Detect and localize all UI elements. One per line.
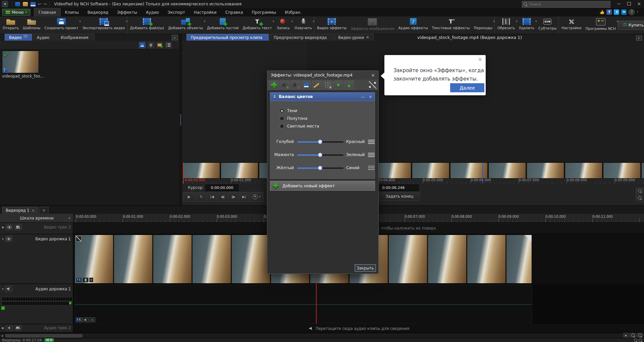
zoom-out-button[interactable] (636, 195, 643, 200)
media-tab[interactable]: Видео(1) (5, 34, 32, 41)
zoom-in-button[interactable] (636, 188, 643, 193)
toolbar-button[interactable]: ▾ Запись (274, 16, 292, 34)
slider-track[interactable] (297, 167, 343, 169)
toolbar-button[interactable]: ♪ Аудио эффекты (396, 16, 430, 34)
loop-button[interactable]: ↻ (196, 192, 206, 202)
toolbar-button[interactable]: ▲ Эффекты изображения (348, 16, 396, 34)
slider-thumb[interactable] (318, 166, 322, 170)
facebook-icon[interactable]: f (606, 9, 612, 15)
slider-track[interactable] (297, 154, 343, 156)
redo-icon[interactable]: ↪ (43, 2, 47, 6)
mute-toggle[interactable] (6, 325, 13, 331)
fx-badge[interactable]: FX (76, 317, 82, 322)
toolbar-button[interactable]: ▾ Добавить объекты (166, 16, 205, 34)
speaker-badge[interactable] (83, 317, 89, 322)
expand-icon[interactable]: ▶ (2, 226, 4, 229)
open-project-icon[interactable] (23, 2, 28, 6)
close-icon[interactable]: ✕ (478, 56, 482, 63)
group-toggle[interactable] (14, 224, 22, 230)
jump-end-button[interactable]: ▶| (239, 192, 249, 202)
scroll-left-icon[interactable]: ◀ (1, 334, 3, 337)
toolbar-button[interactable]: T★ Текстовые эффекты (430, 16, 472, 34)
like-icon[interactable]: 👍 (599, 9, 604, 15)
menu-tab[interactable]: Эффекты (113, 8, 142, 16)
media-clip-thumbnail[interactable]: ✓ ♪ (2, 51, 39, 73)
toolbar-button[interactable]: Настройки (559, 16, 583, 34)
toolbar-button[interactable]: ▾ Сохранить проект (42, 16, 80, 34)
set-end-button[interactable]: Задать конец (379, 192, 420, 201)
preview-tab[interactable]: Предпросмотр видеоряда (269, 34, 333, 41)
add-keyframe-icon[interactable]: + (280, 81, 289, 89)
zoom-in-icon[interactable] (639, 339, 642, 342)
toolbar-button[interactable]: ▾ Экспортировать видео (80, 16, 127, 34)
add-folder-icon[interactable] (156, 42, 163, 48)
toolbar-button[interactable]: T ▾ Добавить текст (240, 16, 274, 34)
toolbar-button[interactable]: ▾ Озвучить (292, 16, 314, 34)
scrollbar-thumb[interactable] (5, 334, 83, 338)
toolbar-button[interactable]: SUB Субтитры (536, 16, 559, 34)
toolbar-button[interactable]: Открыть (1, 16, 21, 34)
timeline-playhead[interactable] (316, 274, 317, 324)
menu-tab[interactable]: Настройки (190, 8, 221, 16)
timeline-zoom-in-button[interactable] (637, 333, 643, 338)
menu-tab[interactable]: Программы (247, 8, 280, 16)
minimize-button[interactable] (614, 0, 624, 7)
zoom-out-icon[interactable] (634, 339, 637, 342)
close-button[interactable]: × (634, 0, 644, 7)
collapse-icon[interactable]: ▾ (2, 287, 4, 291)
undo-icon[interactable]: ↩ (38, 2, 41, 6)
audio-track2-header[interactable]: ▶ Аудио трек 2 (0, 325, 73, 332)
linkedin-icon[interactable]: in (621, 9, 627, 15)
audio-lane1-header[interactable]: ▾ Аудио дорожка 1 (0, 284, 73, 324)
remove-all-effects-icon[interactable]: × (323, 81, 332, 89)
remove-effect-icon[interactable]: × (369, 95, 372, 99)
effects-dialog-titlebar[interactable]: Эффекты: videopad_stock_footage.mp4 × (267, 71, 378, 80)
tone-radio[interactable]: Тени (280, 108, 297, 113)
search-box[interactable] (522, 1, 610, 8)
slider-thumb[interactable] (318, 140, 322, 144)
menu-tab[interactable]: Справка (221, 8, 248, 16)
maximize-button[interactable] (624, 0, 634, 7)
slider-menu-icon[interactable] (368, 153, 375, 157)
menu-tab[interactable]: Видеоряд (83, 8, 113, 16)
expand-icon[interactable]: ▶ (2, 326, 4, 330)
step-forward-button[interactable]: |▶ (228, 192, 238, 202)
menu-tab[interactable]: Аудио (142, 8, 163, 16)
next-button[interactable]: Далее (450, 83, 484, 92)
media-tab[interactable]: Изображения (56, 34, 95, 41)
clip-playhead[interactable] (183, 162, 184, 184)
clip-end-marker[interactable] (482, 162, 483, 184)
toolbar-button[interactable]: ▾ Переходы (472, 16, 495, 34)
clip-menu-button[interactable]: ▾ (89, 278, 93, 282)
delete-clip-icon[interactable] (148, 42, 154, 48)
slider-menu-icon[interactable] (368, 166, 375, 170)
add-effect-icon[interactable] (269, 81, 279, 89)
close-icon[interactable]: ✕ (32, 209, 35, 212)
sequence-tab[interactable]: Видеоряд 1 ✕ (2, 207, 38, 214)
mute-toggle[interactable] (5, 286, 12, 292)
visibility-toggle[interactable] (6, 224, 13, 230)
toolbar-button[interactable]: ▾ Обрезать (495, 16, 517, 34)
color-balance-header[interactable]: ↕ Баланс цветов — × (270, 92, 375, 101)
toolbar-button[interactable]: Шаблоны (21, 16, 42, 34)
minimize-effect-icon[interactable]: — (361, 95, 365, 99)
tone-radio[interactable]: Полутона (280, 116, 308, 121)
timescale-dropdown[interactable]: Шкала времени ▾ (0, 214, 74, 222)
chevron-down-icon[interactable]: ▾ (637, 11, 638, 13)
remove-keyframe-icon[interactable]: × (290, 81, 300, 89)
slider-thumb[interactable] (318, 153, 322, 157)
list-view-icon[interactable] (165, 42, 172, 48)
move-down-icon[interactable]: ▼ (333, 81, 343, 89)
jump-start-button[interactable]: |◀ (207, 192, 217, 202)
timeline-scrollbar[interactable]: ◀ ▶ (0, 333, 644, 338)
fade-in-icon[interactable] (76, 236, 82, 242)
fx-badge[interactable]: FX (76, 278, 82, 282)
menu-tab[interactable]: Избран. (280, 8, 306, 16)
group-toggle[interactable] (14, 325, 22, 331)
microphone-badge[interactable] (83, 278, 89, 282)
menu-tab[interactable]: Клипы (61, 8, 83, 16)
edit-effect-icon[interactable] (312, 81, 322, 89)
slider-track[interactable] (297, 141, 343, 143)
close-icon[interactable]: × (371, 72, 375, 78)
record-arm-indicator[interactable] (1, 306, 5, 310)
